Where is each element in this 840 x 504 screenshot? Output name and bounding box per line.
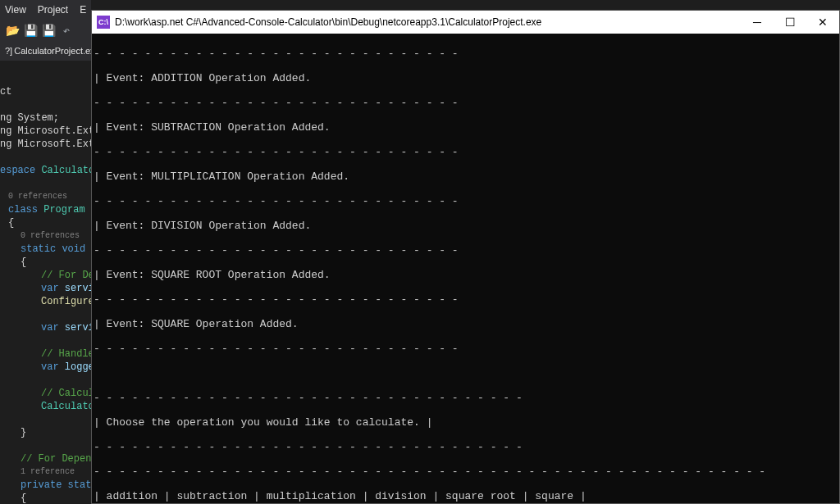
reference-count: 0 references	[0, 229, 91, 243]
console-line: - - - - - - - - - - - - - - - - - - - - …	[94, 146, 838, 158]
code-editor[interactable]: ct ng System; ng Microsoft.Extens ng Mic…	[0, 61, 91, 504]
console-line: - - - - - - - - - - - - - - - - - - - - …	[94, 441, 838, 453]
code-line: static void M	[0, 243, 91, 256]
menu-extra[interactable]: E	[80, 4, 86, 16]
console-line: - - - - - - - - - - - - - - - - - - - - …	[94, 392, 838, 404]
console-line: - - - - - - - - - - - - - - - - - - - - …	[94, 343, 838, 355]
code-line: espace CalculatorP	[0, 164, 91, 177]
tab-filename: CalculatorProject.exe	[14, 46, 100, 56]
code-line: {	[0, 256, 91, 269]
console-line	[94, 367, 838, 379]
console-line: | addition | subtraction | multiplicatio…	[94, 490, 838, 502]
title-bar[interactable]: C:\ D:\work\asp.net C#\Advanced-Console-…	[92, 11, 839, 34]
window-title: D:\work\asp.net C#\Advanced-Console-Calc…	[115, 16, 741, 28]
minimize-button[interactable]: ─	[741, 11, 774, 34]
console-line: - - - - - - - - - - - - - - - - - - - - …	[94, 293, 838, 306]
console-line: - - - - - - - - - - - - - - - - - - - - …	[94, 97, 838, 109]
console-line: - - - - - - - - - - - - - - - - - - - - …	[94, 465, 838, 478]
code-line: var logger	[0, 361, 91, 374]
code-line: // Handler	[0, 347, 91, 361]
console-window: C:\ D:\work\asp.net C#\Advanced-Console-…	[91, 10, 840, 504]
code-line: }	[0, 426, 91, 439]
console-line: - - - - - - - - - - - - - - - - - - - - …	[94, 244, 838, 257]
code-line: var servi	[0, 321, 91, 334]
menu-view[interactable]: View	[5, 4, 26, 16]
console-output[interactable]: - - - - - - - - - - - - - - - - - - - - …	[92, 34, 839, 503]
code-line: // For Dep	[0, 269, 91, 282]
maximize-button[interactable]: ☐	[774, 11, 806, 34]
console-line: | Event: ADDITION Operation Added.	[94, 72, 838, 84]
code-line: var servi	[0, 282, 91, 295]
console-line: | Event: DIVISION Operation Added.	[94, 220, 838, 232]
code-line: ng Microsoft.Extens	[0, 138, 91, 151]
console-line: | Choose the operation you would like to…	[94, 416, 838, 429]
ide-menubar[interactable]: View Project E	[0, 0, 91, 20]
console-line: | Event: SQUARE Operation Added.	[94, 318, 838, 330]
window-controls: ─ ☐ ✕	[741, 11, 839, 34]
console-line: - - - - - - - - - - - - - - - - - - - - …	[94, 195, 838, 207]
code-line: ng Microsoft.Extens	[0, 125, 91, 138]
close-button[interactable]: ✕	[806, 11, 839, 34]
code-line: // Calcul	[0, 387, 91, 400]
code-line: Configure	[0, 295, 91, 308]
reference-count: 1 reference	[0, 465, 91, 479]
console-line: - - - - - - - - - - - - - - - - - - - - …	[94, 48, 838, 60]
console-line: | Event: SQUARE ROOT Operation Added.	[94, 269, 838, 281]
save-icon[interactable]: 💾	[23, 23, 38, 38]
code-line: ng System;	[0, 111, 91, 125]
console-line: | Event: MULTIPLICATION Operation Added.	[94, 170, 838, 183]
code-line: class Program	[0, 203, 91, 216]
console-line: | Event: SUBTRACTION Operation Added.	[94, 121, 838, 134]
code-line: private stati	[0, 479, 91, 492]
code-line: Calculator	[0, 400, 91, 413]
tab-prefix: ?]	[5, 46, 12, 56]
undo-icon[interactable]: ↶	[59, 23, 74, 38]
code-line: // For Depend	[0, 452, 91, 465]
ide-toolbar: 📂 💾 💾 ↶	[0, 20, 91, 41]
code-line: {	[0, 216, 91, 229]
code-line: {	[0, 492, 91, 504]
code-line: ct	[0, 85, 91, 98]
open-folder-icon[interactable]: 📂	[5, 23, 20, 38]
save-all-icon[interactable]: 💾	[41, 23, 56, 38]
console-icon: C:\	[97, 16, 110, 29]
menu-project[interactable]: Project	[38, 4, 68, 16]
reference-count: 0 references	[0, 190, 91, 203]
